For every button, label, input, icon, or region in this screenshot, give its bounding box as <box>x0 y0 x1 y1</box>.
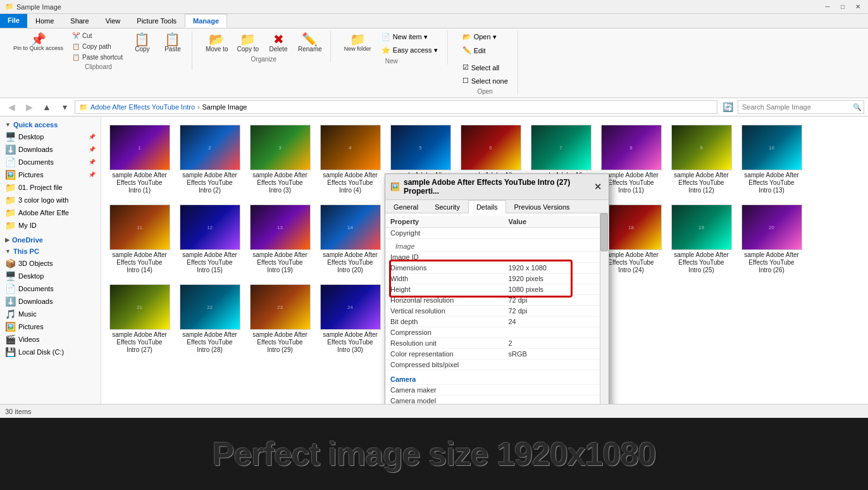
sidebar-item-pc-pictures[interactable]: 🖼️ Pictures <box>0 320 101 333</box>
tab-share[interactable]: Share <box>62 14 97 28</box>
tab-home[interactable]: Home <box>27 14 62 28</box>
file-name: sample Adobe After Effects YouTube Intro… <box>601 172 661 194</box>
copy-path-button[interactable]: 📋 Copy path <box>69 42 126 51</box>
move-to-button[interactable]: 📂 Move to <box>202 31 232 54</box>
sidebar-item-videos[interactable]: 🎬 Videos <box>0 333 101 346</box>
dialog-tab-previous[interactable]: Previous Versions <box>506 200 578 213</box>
file-item[interactable]: 14 sample Adobe After Effects YouTube In… <box>317 201 383 277</box>
sidebar-item-local-disk[interactable]: 💾 Local Disk (C:) <box>0 346 101 358</box>
sidebar-item-3dobjects[interactable]: 📦 3D Objects <box>0 257 101 270</box>
file-item[interactable]: 1 sample Adobe After Effects YouTube Int… <box>106 122 173 198</box>
file-item[interactable]: 20 sample Adobe After Effects YouTube In… <box>738 201 805 277</box>
onedrive-header[interactable]: ▶ OneDrive <box>0 234 101 246</box>
pin-button[interactable]: 📌 Pin to Quick access <box>10 31 66 54</box>
refresh-button[interactable]: 🔄 <box>720 100 735 114</box>
address-path[interactable]: 📁 Adobe After Effects YouTube Intro › Sa… <box>75 100 717 114</box>
pin-indicator-pictures: 📌 <box>89 172 96 178</box>
file-item[interactable]: 19 sample Adobe After Effects YouTube In… <box>668 201 735 277</box>
onedrive-label: OneDrive <box>12 236 43 244</box>
maximize-button[interactable]: □ <box>838 3 848 11</box>
sidebar-item-project[interactable]: 📁 01. Project file <box>0 181 101 194</box>
thumb-label: 21 <box>135 303 144 311</box>
sidebar-label-music: Music <box>18 310 37 318</box>
tab-view[interactable]: View <box>97 14 129 28</box>
new-folder-button[interactable]: 📁 New folder <box>341 31 375 54</box>
sidebar-item-pc-downloads[interactable]: ⬇️ Downloads <box>0 295 101 308</box>
file-item[interactable]: 3 sample Adobe After Effects YouTube Int… <box>247 122 313 198</box>
rename-button[interactable]: ✏️ Rename <box>295 31 325 54</box>
thumb-label: 9 <box>698 144 704 152</box>
pc-documents-icon: 📄 <box>5 284 16 294</box>
copy-to-button[interactable]: 📁 Copy to <box>234 31 262 54</box>
file-item[interactable]: 2 sample Adobe After Effects YouTube Int… <box>177 122 243 198</box>
sidebar-item-documents[interactable]: 📄 Documents 📌 <box>0 156 101 168</box>
sidebar-item-pc-desktop[interactable]: 🖥️ Desktop <box>0 270 101 282</box>
dialog-scroll-thumb[interactable] <box>600 213 608 251</box>
select-none-button[interactable]: ☐ Select none <box>458 75 512 87</box>
file-item[interactable]: 13 sample Adobe After Effects YouTube In… <box>247 201 313 277</box>
thumb-label: 14 <box>346 223 354 232</box>
dialog-close-button[interactable]: ✕ <box>592 180 604 193</box>
sidebar-item-myid[interactable]: 📁 My ID <box>0 219 101 232</box>
dialog-tab-security[interactable]: Security <box>426 200 468 213</box>
tab-file[interactable]: File <box>0 14 27 28</box>
paste-button[interactable]: 📋 Paste <box>159 31 187 54</box>
sidebar-item-desktop[interactable]: 🖥️ Desktop 📌 <box>0 130 101 143</box>
copy-button[interactable]: 📋 Copy <box>128 31 156 54</box>
sidebar-item-downloads[interactable]: ⬇️ Downloads 📌 <box>0 143 101 156</box>
new-item-button[interactable]: 📄 New item ▾ <box>377 31 442 43</box>
file-item[interactable]: 23 sample Adobe After Effects YouTube In… <box>247 281 313 357</box>
easy-access-icon: ⭐ <box>381 46 390 54</box>
back-button[interactable]: ◀ <box>4 100 19 114</box>
prop-property-cell: Dimensions <box>385 263 503 273</box>
open-button[interactable]: 📂 Open ▾ <box>458 31 512 43</box>
file-item[interactable]: 4 sample Adobe After Effects YouTube Int… <box>317 122 383 198</box>
edit-button[interactable]: ✏️ Edit <box>458 44 512 56</box>
new-label: New <box>385 58 398 65</box>
up-button[interactable]: ▲ <box>39 100 54 114</box>
path-icon: 📁 <box>79 103 88 111</box>
properties-dialog[interactable]: 🖼️ sample Adobe After Effects YouTube In… <box>385 173 609 404</box>
file-item[interactable]: 12 sample Adobe After Effects YouTube In… <box>177 201 243 277</box>
tab-manage[interactable]: Manage <box>185 14 227 28</box>
delete-button[interactable]: ✖ Delete <box>264 31 292 54</box>
file-item[interactable]: 21 sample Adobe After Effects YouTube In… <box>106 281 173 357</box>
sidebar-item-pictures[interactable]: 🖼️ Pictures 📌 <box>0 168 101 181</box>
this-pc-header[interactable]: ▼ This PC <box>0 246 101 257</box>
prop-value-cell: 24 <box>503 317 600 327</box>
title-bar-controls: ─ □ ✕ <box>822 3 863 11</box>
sidebar-label-adobe: Adobe After Effe <box>18 209 69 217</box>
dialog-title-text: sample Adobe After Effects YouTube Intro… <box>404 178 592 196</box>
close-button[interactable]: ✕ <box>853 3 863 11</box>
quick-access-header[interactable]: ▼ Quick access <box>0 119 101 130</box>
file-name: sample Adobe After Effects YouTube Intro… <box>320 172 380 194</box>
select-all-button[interactable]: ☑ Select all <box>458 61 512 73</box>
sidebar-item-adobe[interactable]: 📁 Adobe After Effe <box>0 206 101 219</box>
dialog-scrollbar[interactable] <box>600 213 609 404</box>
file-thumbnail: 23 <box>250 284 311 330</box>
easy-access-button[interactable]: ⭐ Easy access ▾ <box>377 44 442 56</box>
file-item[interactable]: 24 sample Adobe After Effects YouTube In… <box>317 281 383 357</box>
file-item[interactable]: 9 sample Adobe After Effects YouTube Int… <box>668 122 735 198</box>
file-thumbnail: 22 <box>180 284 240 330</box>
sidebar-item-music[interactable]: 🎵 Music <box>0 308 101 320</box>
pin-indicator-downloads: 📌 <box>89 146 96 153</box>
search-input[interactable] <box>738 100 864 114</box>
cut-button[interactable]: ✂️ Cut <box>69 31 126 41</box>
file-item[interactable]: 22 sample Adobe After Effects YouTube In… <box>177 281 243 357</box>
forward-button[interactable]: ▶ <box>22 100 37 114</box>
dialog-tab-details[interactable]: Details <box>468 200 506 213</box>
sidebar-item-3color[interactable]: 📁 3 color logo with <box>0 194 101 206</box>
sidebar-item-pc-documents[interactable]: 📄 Documents <box>0 282 101 295</box>
quick-access-label: Quick access <box>13 121 58 129</box>
paste-shortcut-button[interactable]: 📋 Paste shortcut <box>69 53 126 62</box>
tab-picture-tools[interactable]: Picture Tools <box>128 14 185 28</box>
organize-group: 📂 Move to 📁 Copy to ✖ Delete ✏️ Rename O… <box>197 31 331 63</box>
minimize-button[interactable]: ─ <box>822 3 833 11</box>
recent-button[interactable]: ▾ <box>57 100 72 114</box>
rename-icon: ✏️ <box>302 33 318 46</box>
file-item[interactable]: 10 sample Adobe After Effects YouTube In… <box>738 122 805 198</box>
dialog-tab-general[interactable]: General <box>385 200 426 213</box>
prop-property-cell: Image ID <box>385 252 503 263</box>
file-item[interactable]: 11 sample Adobe After Effects YouTube In… <box>106 201 173 277</box>
